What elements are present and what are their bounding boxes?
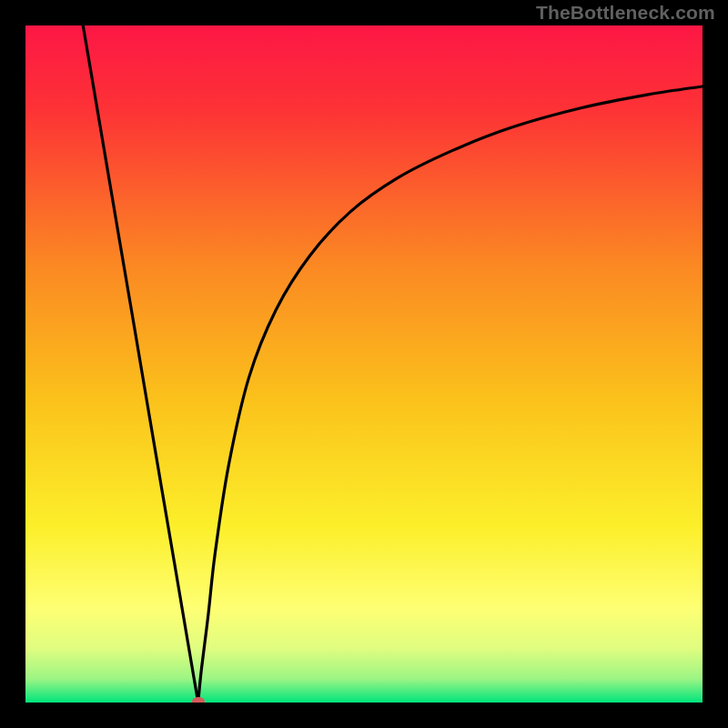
minimum-marker <box>192 697 205 703</box>
plot-area <box>25 25 703 703</box>
chart-frame: TheBottleneck.com <box>0 0 728 728</box>
bottleneck-curve <box>25 25 703 703</box>
watermark-text: TheBottleneck.com <box>536 2 715 24</box>
